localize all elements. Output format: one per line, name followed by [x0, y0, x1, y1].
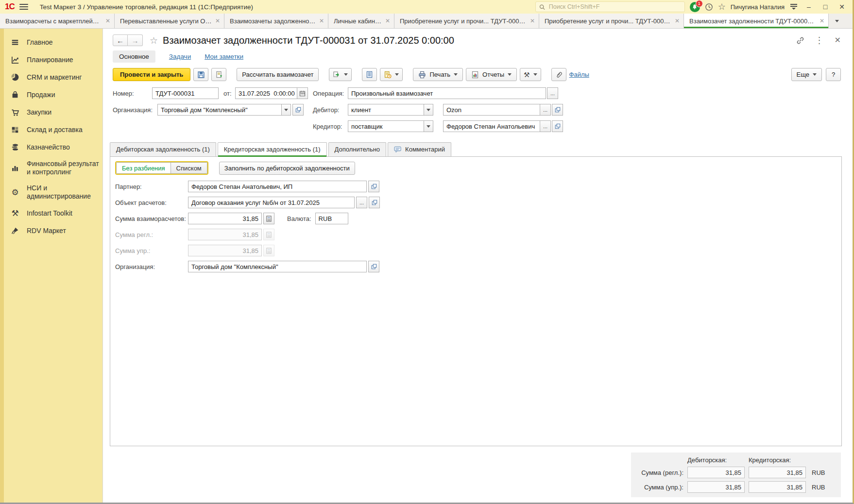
main-menu-icon[interactable] — [19, 4, 28, 10]
help-button[interactable]: ? — [826, 68, 841, 81]
post-and-close-button[interactable]: Провести и закрыть — [113, 68, 190, 81]
creditor-type-combo[interactable]: поставщик — [348, 120, 424, 132]
tab-vzaimozachet-000031-active[interactable]: Взаимозачет задолженности ТДУТ-000031...… — [684, 14, 829, 28]
attachments-button[interactable] — [551, 68, 566, 81]
operation-field[interactable]: Произвольный взаимозачет — [348, 87, 546, 99]
creditor-field[interactable]: Федоров Степан Анатольевич — [443, 120, 540, 132]
creditor-type-dropdown-button[interactable] — [424, 120, 433, 132]
post-document-button[interactable] — [211, 68, 226, 81]
sum-reg-credit-field[interactable]: 31,85 — [749, 467, 806, 478]
debtor-field[interactable]: Ozon — [443, 104, 540, 116]
service-menu-icon[interactable] — [789, 4, 798, 10]
sidebar-item-infostart[interactable]: ⚒ Infostart Toolkit — [0, 204, 102, 222]
panel-organization-open-button[interactable] — [368, 261, 379, 272]
print-button[interactable]: Печать — [413, 68, 463, 81]
currency-field[interactable]: RUB — [315, 213, 348, 224]
tab-lichnye-kabinety[interactable]: Личные кабинеты ✕ — [328, 14, 394, 28]
settlement-open-button[interactable] — [369, 197, 380, 208]
calendar-button[interactable] — [297, 87, 308, 99]
global-search[interactable] — [535, 1, 685, 12]
tab-priobretenie-000031[interactable]: Приобретение услуг и прочи... ТДУТ-00003… — [539, 14, 684, 28]
favorite-star-icon[interactable]: ☆ — [150, 35, 158, 46]
close-document-icon[interactable]: ✕ — [835, 36, 841, 44]
sidebar-item-glavnoe[interactable]: Главное — [0, 34, 102, 51]
debtor-type-dropdown-button[interactable] — [424, 104, 433, 116]
get-link-icon[interactable] — [796, 36, 804, 45]
back-button[interactable]: ← — [113, 34, 128, 46]
sidebar-item-prodazhi[interactable]: Продажи — [0, 86, 102, 103]
amount-reg-field[interactable]: 31,85 — [188, 229, 262, 240]
favorites-star-icon[interactable]: ☆ — [718, 2, 726, 11]
tab-comment[interactable]: Комментарий — [388, 142, 451, 156]
minimize-button[interactable]: – — [803, 0, 815, 14]
history-icon[interactable] — [705, 3, 713, 11]
sidebar-item-crm[interactable]: CRM и маркетинг — [0, 68, 102, 86]
create-based-on-button[interactable] — [329, 68, 352, 81]
files-link[interactable]: Файлы — [569, 71, 589, 78]
search-input[interactable] — [548, 3, 681, 11]
nav-link-zadachi[interactable]: Задачи — [169, 53, 191, 60]
tab-close-icon[interactable]: ✕ — [675, 17, 680, 24]
doc-journal-button[interactable] — [380, 68, 403, 81]
tab-close-icon[interactable]: ✕ — [105, 17, 110, 24]
amount-mgmt-field[interactable]: 31,85 — [188, 245, 262, 256]
number-field[interactable]: ТДУТ-000031 — [152, 87, 219, 99]
panel-organization-field[interactable]: Торговый дом "Комплексный" — [188, 261, 367, 272]
creditor-open-button[interactable] — [552, 120, 563, 132]
user-menu[interactable]: Пичугина Наталия — [731, 3, 785, 11]
organization-open-button[interactable] — [292, 104, 304, 116]
more-button[interactable]: Еще — [791, 68, 822, 81]
operation-choose-button[interactable]: ... — [547, 87, 558, 99]
service-tools-button[interactable]: ⚒ — [520, 68, 541, 81]
date-field[interactable]: 31.07.2025 0:00:00 — [235, 87, 297, 99]
sidebar-item-nsi[interactable]: ⚙ НСИ и администрирование — [0, 180, 102, 204]
toggle-list[interactable]: Списком — [171, 162, 207, 174]
sidebar-item-zakupki[interactable]: Закупки — [0, 103, 102, 121]
tab-priobretenie-000003[interactable]: Приобретение услуг и прочи... ТДУТ-00000… — [394, 14, 539, 28]
sidebar-item-rdv[interactable]: RDV Маркет — [0, 222, 102, 239]
tab-close-icon[interactable]: ✕ — [385, 17, 390, 24]
more-actions-icon[interactable]: ⋮ — [815, 36, 824, 45]
partner-open-button[interactable] — [368, 181, 379, 192]
debtor-choose-button[interactable]: ... — [540, 104, 551, 116]
sidebar-item-finrezultat[interactable]: Финансовый результат и контроллинг — [0, 156, 102, 180]
settlement-choose-button[interactable]: ... — [356, 197, 367, 208]
tab-close-icon[interactable]: ✕ — [530, 17, 535, 24]
debtor-open-button[interactable] — [552, 104, 563, 116]
sidebar-item-kaznacheystvo[interactable]: Казначейство — [0, 138, 102, 156]
toggle-no-split[interactable]: Без разбиения — [116, 162, 171, 174]
tab-additional[interactable]: Дополнительно — [328, 142, 387, 156]
sidebar-item-planirovanie[interactable]: Планирование — [0, 51, 102, 68]
registers-list-button[interactable] — [362, 68, 377, 81]
amount-calc-button[interactable] — [263, 213, 274, 224]
organization-dropdown-button[interactable] — [281, 104, 291, 116]
tab-close-icon[interactable]: ✕ — [820, 17, 824, 24]
tab-overflow-dropdown[interactable] — [829, 14, 845, 28]
nav-tab-osnovnoe[interactable]: Основное — [113, 50, 155, 63]
nav-link-zametki[interactable]: Мои заметки — [205, 53, 243, 60]
amount-field[interactable]: 31,85 — [188, 213, 262, 224]
tab-vzaimozachety[interactable]: Взаимозачеты задолженности ✕ — [224, 14, 328, 28]
save-button[interactable] — [193, 68, 208, 81]
forward-button[interactable]: → — [128, 34, 143, 46]
tab-debit-debt[interactable]: Дебиторская задолженность (1) — [110, 142, 216, 156]
tab-close-icon[interactable]: ✕ — [215, 17, 220, 24]
amount-mgmt-calc-button[interactable] — [263, 245, 274, 256]
notifications-icon[interactable]: 1 — [690, 2, 700, 12]
sum-mgmt-debit-field[interactable]: 31,85 — [687, 481, 745, 493]
settlement-object-field[interactable]: Договор оказания услуг №б/н от 31.07.202… — [188, 197, 355, 208]
organization-combo[interactable]: Торговый дом "Комплексный" — [157, 104, 282, 116]
sum-mgmt-credit-field[interactable]: 31,85 — [749, 481, 806, 493]
tab-close-icon[interactable]: ✕ — [319, 17, 324, 24]
maximize-button[interactable]: □ — [820, 0, 831, 14]
partner-field[interactable]: Федоров Степан Анатольевич, ИП — [188, 181, 367, 192]
sum-reg-debit-field[interactable]: 31,85 — [687, 467, 745, 478]
fill-by-debit-button[interactable]: Заполнить по дебиторской задолженности — [219, 162, 355, 175]
amount-reg-calc-button[interactable] — [263, 229, 274, 240]
tab-perevystavlennye-uslugi[interactable]: Перевыставленные услуги Ozon ✕ — [115, 14, 224, 28]
sidebar-item-sklad[interactable]: Склад и доставка — [0, 121, 102, 138]
close-window-button[interactable]: ✕ — [836, 0, 848, 14]
tab-credit-debt[interactable]: Кредиторская задолженность (1) — [218, 142, 327, 157]
tab-vzaimoraschety-marketpleisy[interactable]: Взаиморасчеты с маркетплейсами ✕ — [0, 14, 115, 28]
creditor-choose-button[interactable]: ... — [540, 120, 551, 132]
